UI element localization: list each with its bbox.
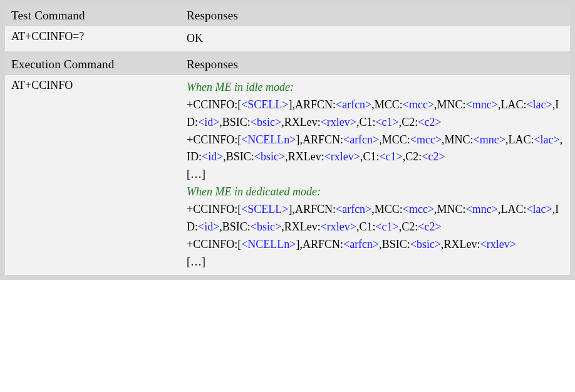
response-line: When ME in dedicated mode: xyxy=(187,183,564,201)
response-text: ,RXLev: xyxy=(281,220,321,233)
response-parameter: <mcc> xyxy=(403,203,434,215)
response-parameter: <id> xyxy=(198,116,219,128)
response-parameter: <arfcn> xyxy=(336,98,371,111)
response-text: ,LAC: xyxy=(505,133,534,146)
response-text: ,C1: xyxy=(356,220,376,233)
response-text: ,BSIC: xyxy=(379,238,410,250)
response-parameter: <bsic> xyxy=(251,220,281,233)
response-parameter: <rxlev> xyxy=(321,116,356,128)
header-command: Execution Command xyxy=(5,54,180,75)
response-parameter: <rxlev> xyxy=(480,238,516,250)
response-parameter: <mcc> xyxy=(410,133,442,146)
response-text: ,BSIC: xyxy=(223,150,254,163)
response-parameter: <c1> xyxy=(379,150,402,163)
response-line: OK xyxy=(187,30,564,48)
response-parameter: <rxlev> xyxy=(321,220,356,233)
at-command-table: Test CommandResponsesAT+CCINFO=?OKExecut… xyxy=(5,5,570,275)
response-parameter: <SCELL> xyxy=(241,203,288,215)
command-cell: AT+CCINFO=? xyxy=(5,26,180,51)
response-parameter: <c2> xyxy=(418,220,441,233)
response-parameter: <arfcn> xyxy=(343,133,379,146)
response-text: ,RXLev: xyxy=(281,116,321,128)
header-command: Test Command xyxy=(5,5,180,26)
response-text: ,RXLev: xyxy=(285,150,324,163)
table-row: AT+CCINFOWhen ME in idle mode:+CCINFO:[<… xyxy=(5,75,570,275)
response-text: +CCINFO:[ xyxy=(187,203,241,215)
response-text: +CCINFO:[ xyxy=(187,98,241,111)
response-parameter: <lac> xyxy=(534,133,559,146)
response-text: ,RXLev: xyxy=(441,238,480,250)
response-text: ,C1: xyxy=(356,116,376,128)
response-text: ,MCC: xyxy=(371,98,403,111)
response-parameter: <mnc> xyxy=(474,133,505,146)
response-text: ,C1: xyxy=(360,150,380,163)
response-text: ,BSIC: xyxy=(219,116,251,128)
response-text: ,MNC: xyxy=(442,133,474,146)
response-parameter: <bsic> xyxy=(251,116,281,128)
response-parameter: <bsic> xyxy=(254,150,285,163)
response-line: When ME in idle mode: xyxy=(187,79,564,96)
response-text: ,MCC: xyxy=(379,133,410,146)
response-parameter: <id> xyxy=(198,220,219,233)
response-line: +CCINFO:[<SCELL>],ARFCN:<arfcn>,MCC:<mcc… xyxy=(187,201,564,236)
response-line: […] xyxy=(187,166,564,183)
response-parameter: <id> xyxy=(202,150,223,163)
header-responses: Responses xyxy=(180,5,570,26)
section-header-row: Test CommandResponses xyxy=(5,5,570,26)
response-cell: When ME in idle mode:+CCINFO:[<SCELL>],A… xyxy=(180,75,570,275)
table-row: AT+CCINFO=?OK xyxy=(5,26,570,51)
response-text: ],ARFCN: xyxy=(296,133,343,146)
reference-table-container: Test CommandResponsesAT+CCINFO=?OKExecut… xyxy=(0,0,575,280)
command-cell: AT+CCINFO xyxy=(5,75,180,275)
response-parameter: <arfcn> xyxy=(343,238,379,250)
response-line: +CCINFO:[<NCELLn>],ARFCN:<arfcn>,MCC:<mc… xyxy=(187,132,564,167)
response-parameter: <c2> xyxy=(418,116,441,128)
response-mode-label: When ME in idle mode: xyxy=(187,81,294,93)
response-text: ,MNC: xyxy=(434,98,466,111)
response-text: +CCINFO:[ xyxy=(187,133,241,146)
table-body: Test CommandResponsesAT+CCINFO=?OKExecut… xyxy=(5,5,570,275)
response-parameter: <mnc> xyxy=(466,98,498,111)
response-text: ,MNC: xyxy=(434,203,466,215)
response-block: OK xyxy=(187,30,564,48)
response-parameter: <lac> xyxy=(526,98,552,111)
response-text: ,C2: xyxy=(399,116,418,128)
response-text: […] xyxy=(187,168,205,180)
response-text: ,MCC: xyxy=(371,203,403,215)
response-text: ,C2: xyxy=(399,220,418,233)
response-text: OK xyxy=(187,32,203,44)
header-responses: Responses xyxy=(180,54,570,75)
response-line: +CCINFO:[<SCELL>],ARFCN:<arfcn>,MCC:<mcc… xyxy=(187,96,564,132)
response-parameter: <NCELLn> xyxy=(241,238,296,250)
response-parameter: <c1> xyxy=(375,220,398,233)
response-text: +CCINFO:[ xyxy=(187,238,241,250)
response-parameter: <arfcn> xyxy=(336,203,371,215)
response-text: […] xyxy=(187,255,205,268)
response-line: […] xyxy=(187,254,564,271)
response-parameter: <SCELL> xyxy=(241,98,288,111)
response-text: ],ARFCN: xyxy=(296,238,343,250)
response-text: ,LAC: xyxy=(498,203,527,215)
response-parameter: <mcc> xyxy=(403,98,434,111)
response-parameter: <lac> xyxy=(526,203,552,215)
response-parameter: <c1> xyxy=(375,116,398,128)
response-line: +CCINFO:[<NCELLn>],ARFCN:<arfcn>,BSIC:<b… xyxy=(187,236,564,254)
response-parameter: <mnc> xyxy=(466,203,498,215)
response-parameter: <c2> xyxy=(422,150,445,163)
response-cell: OK xyxy=(180,26,570,51)
response-parameter: <bsic> xyxy=(410,238,441,250)
response-mode-label: When ME in dedicated mode: xyxy=(187,185,321,198)
response-text: ,BSIC: xyxy=(219,220,251,233)
response-text: ],ARFCN: xyxy=(288,98,336,111)
response-text: ],ARFCN: xyxy=(288,203,336,215)
response-parameter: <NCELLn> xyxy=(241,133,296,146)
response-block: When ME in idle mode:+CCINFO:[<SCELL>],A… xyxy=(187,79,564,271)
response-text: ,C2: xyxy=(403,150,422,163)
response-parameter: <rxlev> xyxy=(324,150,360,163)
section-header-row: Execution CommandResponses xyxy=(5,54,570,75)
response-text: ,LAC: xyxy=(498,98,527,111)
